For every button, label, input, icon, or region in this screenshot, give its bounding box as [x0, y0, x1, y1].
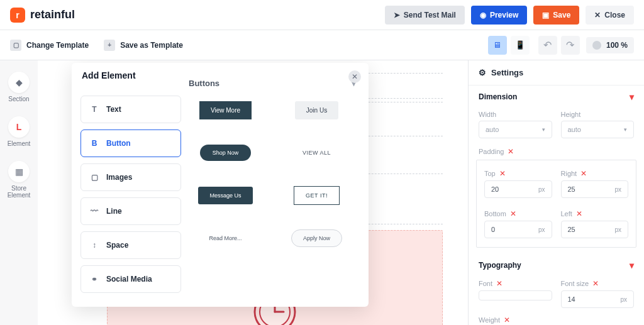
desktop-icon: 🖥 — [493, 40, 501, 50]
element-icon: L — [16, 122, 22, 132]
sample-read-more[interactable]: Read More... — [197, 229, 253, 247]
settings-header: ⚙ Settings — [469, 60, 644, 85]
brand-logo-icon: r — [10, 8, 25, 23]
section-icon: ◆ — [16, 77, 23, 87]
element-option-text[interactable]: T Text — [80, 96, 181, 123]
sub-right: 🖥 📱 ↶ ↷ 100 % — [486, 33, 634, 57]
clear-top-button[interactable]: ✕ — [499, 169, 506, 178]
preview-button[interactable]: ◉ Preview — [471, 6, 527, 25]
typography-label: Typography — [479, 261, 521, 270]
pad-right-value: 25 — [568, 185, 575, 193]
element-type-list: T Text B Button ▢ Images 〰 Line ↕ Spac — [80, 96, 181, 293]
clear-bottom-button[interactable]: ✕ — [510, 209, 516, 218]
clear-left-button[interactable]: ✕ — [576, 209, 582, 218]
element-option-images[interactable]: ▢ Images — [80, 163, 181, 191]
zoom-control[interactable]: 100 % — [586, 37, 634, 53]
element-option-line[interactable]: 〰 Line — [80, 197, 181, 225]
height-value: auto — [568, 126, 581, 133]
element-option-social[interactable]: ⚭ Social Media — [80, 265, 181, 293]
undo-button[interactable]: ↶ — [538, 36, 557, 55]
element-preview-panel: Buttons ▾ View More Join Us Shop Now VIE… — [189, 73, 360, 293]
clear-right-button[interactable]: ✕ — [580, 169, 587, 178]
mobile-device-button[interactable]: 📱 — [511, 36, 530, 55]
template-icon: ▢ — [10, 40, 21, 51]
redo-button[interactable]: ↷ — [561, 36, 580, 55]
save-button[interactable]: ▣ Save — [533, 6, 579, 25]
clear-font-button[interactable]: ✕ — [496, 279, 502, 288]
store-icon: ▦ — [15, 167, 23, 177]
close-label: Close — [604, 11, 625, 19]
settings-title: Settings — [491, 68, 523, 77]
dimension-section-header[interactable]: Dimension ▾ — [469, 85, 644, 107]
pad-left-value: 25 — [568, 226, 575, 233]
clear-fontsize-button[interactable]: ✕ — [592, 279, 599, 288]
canvas-area: ✕ Add Element T Text B Button ▢ Images 〰… — [38, 60, 468, 325]
rail-store-label: Store Element — [0, 185, 38, 199]
sample-message-us[interactable]: Message Us — [198, 187, 252, 204]
sample-shop-now[interactable]: Shop Now — [200, 145, 252, 161]
rail-section[interactable]: ◆ Section — [8, 72, 30, 102]
chevron-icon: ▾ — [624, 126, 627, 133]
add-element-popup: ✕ Add Element T Text B Button ▢ Images 〰… — [72, 63, 369, 307]
element-option-button[interactable]: B Button — [80, 129, 181, 157]
sample-view-all[interactable]: VIEW ALL — [291, 144, 342, 162]
unit-label: px — [538, 186, 545, 193]
send-test-mail-button[interactable]: ➤ Send Test Mail — [385, 6, 465, 25]
pad-top-input[interactable]: 20px — [484, 180, 552, 198]
height-input[interactable]: auto ▾ — [561, 121, 635, 138]
collapse-icon[interactable]: ▾ — [630, 260, 634, 270]
rail-section-label: Section — [8, 96, 29, 102]
sub-left: ▢ Change Template + Save as Template — [10, 40, 183, 51]
sample-apply-now[interactable]: Apply Now — [291, 229, 342, 247]
rail-store-element[interactable]: ▦ Store Element — [0, 161, 38, 199]
clear-padding-button[interactable]: ✕ — [508, 147, 514, 156]
font-label: Font — [479, 280, 492, 287]
save-template-icon: + — [104, 40, 115, 51]
settings-panel: ⚙ Settings Dimension ▾ Width auto ▾ Heig… — [468, 60, 644, 325]
zoom-minus-icon[interactable] — [592, 41, 601, 50]
brand-name: retainful — [30, 8, 75, 21]
button-icon: B — [89, 138, 100, 149]
unit-label: px — [538, 226, 545, 233]
redo-icon: ↷ — [566, 39, 574, 51]
social-option-label: Social Media — [106, 275, 152, 284]
collapse-icon[interactable]: ▾ — [630, 92, 634, 102]
pad-left-label: Left — [561, 210, 572, 218]
change-template-button[interactable]: ▢ Change Template — [10, 40, 89, 51]
mobile-icon: 📱 — [515, 40, 525, 50]
padding-box: Top✕ 20px Right✕ 25px Bottom✕ 0px Left✕ … — [476, 160, 636, 248]
pad-left-input[interactable]: 25px — [561, 221, 629, 238]
fontsize-value: 14 — [568, 295, 575, 303]
pad-bottom-label: Bottom — [484, 210, 506, 218]
font-input[interactable] — [479, 290, 552, 300]
popup-close-button[interactable]: ✕ — [348, 70, 361, 83]
save-label: Save — [553, 11, 570, 19]
top-actions: ➤ Send Test Mail ◉ Preview ▣ Save ✕ Clos… — [385, 6, 634, 25]
sample-view-more[interactable]: View More — [199, 101, 252, 119]
brand: r retainful — [10, 8, 75, 23]
fontsize-input[interactable]: 14px — [561, 290, 635, 308]
send-test-label: Send Test Mail — [404, 11, 456, 19]
images-option-label: Images — [106, 173, 132, 182]
pad-right-input[interactable]: 25px — [561, 180, 629, 198]
element-option-space[interactable]: ↕ Space — [80, 231, 181, 259]
width-input[interactable]: auto ▾ — [479, 121, 552, 138]
save-icon: ▣ — [542, 11, 549, 19]
typography-section-header[interactable]: Typography ▾ — [469, 254, 644, 275]
rail-element[interactable]: L Element — [8, 116, 31, 147]
top-bar: r retainful ➤ Send Test Mail ◉ Preview ▣… — [0, 0, 644, 30]
space-option-label: Space — [106, 241, 128, 250]
sample-join-us[interactable]: Join Us — [295, 101, 338, 119]
pad-bottom-input[interactable]: 0px — [484, 221, 552, 238]
desktop-device-button[interactable]: 🖥 — [488, 36, 507, 55]
save-as-template-button[interactable]: + Save as Template — [104, 40, 183, 51]
close-icon: ✕ — [594, 11, 601, 19]
close-button[interactable]: ✕ Close — [586, 6, 634, 25]
fontsize-label: Font size — [561, 280, 589, 287]
gear-icon: ⚙ — [479, 68, 486, 77]
clear-weight-button[interactable]: ✕ — [504, 316, 510, 324]
popup-title: Add Element — [80, 70, 136, 80]
zoom-value: 100 % — [606, 41, 628, 50]
undo-icon: ↶ — [543, 39, 552, 51]
sample-get-it[interactable]: GET IT! — [294, 186, 340, 205]
